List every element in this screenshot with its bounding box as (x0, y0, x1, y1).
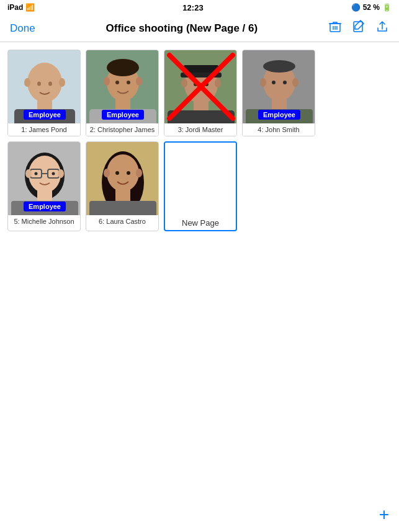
photo-card-4[interactable]: Employee 4: John Smith (242, 50, 315, 136)
photo-name-6: 6: Laura Castro (86, 215, 158, 228)
svg-rect-36 (168, 110, 235, 123)
photo-card-3[interactable]: 3: Jordi Master (164, 50, 237, 136)
trash-icon[interactable] (328, 20, 342, 37)
photo-card-2[interactable]: Employee 2: Christopher James (86, 50, 159, 136)
photo-name-5: 5: Michelle Johnson (8, 215, 80, 228)
photo-name-2: 2: Christopher James (86, 123, 158, 136)
photo-grid: Employee 1: James Pond (7, 50, 392, 231)
svg-point-32 (205, 82, 208, 86)
svg-point-69 (136, 169, 142, 177)
svg-point-56 (35, 172, 38, 175)
svg-point-23 (136, 77, 142, 86)
svg-point-22 (104, 77, 110, 86)
svg-point-34 (215, 79, 221, 87)
status-left: iPad 📶 (7, 3, 35, 12)
employee-badge-1: Employee (24, 110, 66, 120)
svg-rect-71 (89, 201, 156, 215)
svg-point-9 (27, 63, 62, 102)
device-label: iPad (7, 3, 23, 12)
share-icon[interactable] (375, 20, 389, 37)
svg-point-43 (272, 81, 276, 84)
status-bar: iPad 📶 12:23 🔵 52 % 🔋 (0, 0, 399, 15)
svg-point-20 (115, 81, 119, 84)
svg-point-66 (115, 171, 119, 175)
svg-point-44 (283, 81, 287, 84)
nav-actions (328, 20, 389, 37)
svg-point-68 (104, 169, 110, 177)
nav-title: Office shooting (New Page / 6) (106, 22, 258, 35)
svg-point-21 (127, 81, 130, 84)
person-photo-3 (164, 50, 237, 123)
svg-point-65 (107, 154, 139, 192)
svg-point-42 (263, 60, 295, 73)
employee-badge-5: Employee (24, 202, 66, 211)
navigation-bar: Done Office shooting (New Page / 6) (0, 15, 399, 42)
battery-label: 52 % (363, 3, 380, 12)
svg-point-11 (48, 82, 52, 86)
svg-point-10 (37, 82, 41, 86)
battery-icon: 🔋 (382, 3, 392, 12)
employee-badge-4: Employee (258, 110, 300, 120)
svg-point-57 (52, 172, 55, 175)
svg-point-67 (127, 171, 130, 175)
svg-point-12 (24, 78, 30, 87)
photo-card-6[interactable]: 6: Laura Castro (86, 141, 159, 231)
new-page-label: New Page (179, 216, 222, 230)
svg-rect-30 (181, 73, 222, 78)
svg-point-45 (260, 78, 266, 87)
photo-name-3: 3: Jordi Master (164, 123, 236, 136)
photo-card-1[interactable]: Employee 1: James Pond (7, 50, 81, 136)
svg-point-19 (107, 59, 139, 76)
edit-icon[interactable] (352, 20, 365, 37)
add-button[interactable]: + (379, 505, 389, 525)
employee-badge-2: Employee (102, 110, 144, 120)
wifi-icon: 📶 (25, 3, 35, 12)
photo-card-5[interactable]: Employee 5: Michelle Johnson (7, 141, 81, 231)
bluetooth-icon: 🔵 (351, 3, 361, 12)
photo-name-4: 4: John Smith (243, 123, 315, 136)
status-time: 12:23 (182, 3, 203, 12)
svg-point-31 (194, 82, 197, 86)
svg-point-33 (181, 79, 187, 87)
person-photo-6 (86, 142, 159, 215)
photo-name-1: 1: James Pond (8, 123, 80, 136)
content-area: Employee 1: James Pond (0, 42, 399, 532)
svg-point-59 (58, 169, 64, 178)
new-page-blank (164, 143, 237, 216)
new-page-card[interactable]: New Page (164, 141, 237, 231)
svg-point-46 (292, 78, 298, 87)
svg-point-13 (59, 78, 65, 87)
svg-point-58 (25, 169, 32, 178)
done-button[interactable]: Done (10, 22, 35, 35)
status-right: 🔵 52 % 🔋 (351, 3, 392, 12)
